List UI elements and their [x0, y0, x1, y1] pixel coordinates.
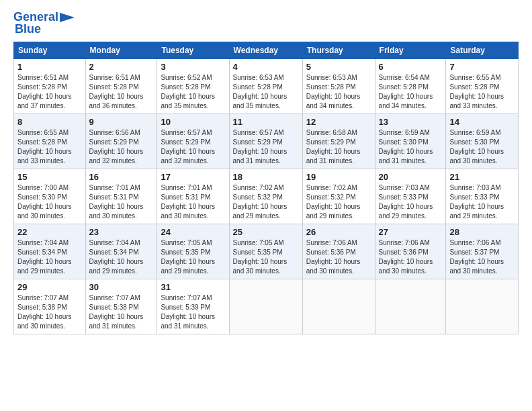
day-info: Sunrise: 6:57 AMSunset: 5:29 PMDaylight:… — [233, 128, 299, 166]
calendar-cell: 7Sunrise: 6:55 AMSunset: 5:28 PMDaylight… — [446, 58, 519, 113]
day-info: Sunrise: 7:06 AMSunset: 5:37 PMDaylight:… — [449, 238, 515, 276]
calendar-cell: 11Sunrise: 6:57 AMSunset: 5:29 PMDayligh… — [229, 113, 302, 169]
day-info: Sunrise: 7:05 AMSunset: 5:35 PMDaylight:… — [233, 238, 299, 276]
calendar-cell: 6Sunrise: 6:54 AMSunset: 5:28 PMDaylight… — [375, 58, 446, 113]
calendar-cell: 4Sunrise: 6:53 AMSunset: 5:28 PMDaylight… — [229, 58, 302, 113]
calendar-cell: 19Sunrise: 7:02 AMSunset: 5:32 PMDayligh… — [302, 169, 375, 224]
calendar-cell: 27Sunrise: 7:06 AMSunset: 5:36 PMDayligh… — [375, 224, 446, 279]
day-number: 25 — [233, 227, 299, 237]
day-info: Sunrise: 6:56 AMSunset: 5:29 PMDaylight:… — [89, 128, 154, 166]
calendar-cell: 25Sunrise: 7:05 AMSunset: 5:35 PMDayligh… — [229, 224, 302, 279]
day-info: Sunrise: 6:51 AMSunset: 5:28 PMDaylight:… — [89, 73, 154, 111]
day-info: Sunrise: 7:05 AMSunset: 5:35 PMDaylight:… — [161, 238, 225, 276]
calendar-cell: 29Sunrise: 7:07 AMSunset: 5:38 PMDayligh… — [14, 279, 86, 334]
day-number: 31 — [161, 282, 225, 292]
day-info: Sunrise: 7:02 AMSunset: 5:32 PMDaylight:… — [306, 183, 371, 221]
calendar-cell: 15Sunrise: 7:00 AMSunset: 5:30 PMDayligh… — [14, 169, 86, 224]
day-number: 30 — [89, 282, 154, 292]
day-info: Sunrise: 6:55 AMSunset: 5:28 PMDaylight:… — [17, 128, 82, 166]
calendar-cell: 23Sunrise: 7:04 AMSunset: 5:34 PMDayligh… — [85, 224, 157, 279]
calendar-cell: 16Sunrise: 7:01 AMSunset: 5:31 PMDayligh… — [85, 169, 157, 224]
weekday-header: Wednesday — [229, 42, 302, 58]
day-number: 14 — [449, 117, 515, 127]
calendar-cell: 9Sunrise: 6:56 AMSunset: 5:29 PMDaylight… — [85, 113, 157, 169]
day-info: Sunrise: 6:55 AMSunset: 5:28 PMDaylight:… — [449, 73, 515, 111]
day-info: Sunrise: 7:01 AMSunset: 5:31 PMDaylight:… — [161, 183, 225, 221]
calendar-cell: 13Sunrise: 6:59 AMSunset: 5:30 PMDayligh… — [375, 113, 446, 169]
day-number: 5 — [306, 62, 371, 72]
calendar-cell: 24Sunrise: 7:05 AMSunset: 5:35 PMDayligh… — [157, 224, 229, 279]
day-info: Sunrise: 7:03 AMSunset: 5:33 PMDaylight:… — [449, 183, 515, 221]
day-info: Sunrise: 7:07 AMSunset: 5:39 PMDaylight:… — [161, 293, 225, 331]
calendar-cell: 21Sunrise: 7:03 AMSunset: 5:33 PMDayligh… — [446, 169, 519, 224]
weekday-header: Sunday — [14, 42, 86, 58]
day-number: 15 — [17, 172, 82, 182]
day-number: 1 — [17, 62, 82, 72]
logo-icon — [60, 13, 75, 22]
logo-blue-text: Blue — [15, 23, 41, 36]
calendar-cell — [446, 279, 519, 334]
calendar-cell: 14Sunrise: 6:59 AMSunset: 5:30 PMDayligh… — [446, 113, 519, 169]
day-number: 13 — [379, 117, 443, 127]
calendar-week-row: 8Sunrise: 6:55 AMSunset: 5:28 PMDaylight… — [14, 113, 519, 169]
day-info: Sunrise: 6:57 AMSunset: 5:29 PMDaylight:… — [161, 128, 225, 166]
calendar-cell: 17Sunrise: 7:01 AMSunset: 5:31 PMDayligh… — [157, 169, 229, 224]
calendar-cell: 8Sunrise: 6:55 AMSunset: 5:28 PMDaylight… — [14, 113, 86, 169]
day-number: 7 — [449, 62, 515, 72]
day-number: 17 — [161, 172, 225, 182]
day-info: Sunrise: 6:59 AMSunset: 5:30 PMDaylight:… — [449, 128, 515, 166]
calendar-cell: 20Sunrise: 7:03 AMSunset: 5:33 PMDayligh… — [375, 169, 446, 224]
day-info: Sunrise: 6:59 AMSunset: 5:30 PMDaylight:… — [379, 128, 443, 166]
weekday-header: Tuesday — [157, 42, 229, 58]
day-number: 10 — [161, 117, 225, 127]
calendar-cell: 10Sunrise: 6:57 AMSunset: 5:29 PMDayligh… — [157, 113, 229, 169]
day-info: Sunrise: 7:04 AMSunset: 5:34 PMDaylight:… — [17, 238, 82, 276]
calendar-cell — [229, 279, 302, 334]
calendar-week-row: 22Sunrise: 7:04 AMSunset: 5:34 PMDayligh… — [14, 224, 519, 279]
day-number: 29 — [17, 282, 82, 292]
day-number: 12 — [306, 117, 371, 127]
day-info: Sunrise: 7:01 AMSunset: 5:31 PMDaylight:… — [89, 183, 154, 221]
calendar-cell — [302, 279, 375, 334]
day-number: 3 — [161, 62, 225, 72]
weekday-header: Monday — [85, 42, 157, 58]
calendar-cell: 12Sunrise: 6:58 AMSunset: 5:29 PMDayligh… — [302, 113, 375, 169]
calendar-cell: 3Sunrise: 6:52 AMSunset: 5:28 PMDaylight… — [157, 58, 229, 113]
day-number: 6 — [379, 62, 443, 72]
calendar-week-row: 1Sunrise: 6:51 AMSunset: 5:28 PMDaylight… — [14, 58, 519, 113]
day-info: Sunrise: 7:03 AMSunset: 5:33 PMDaylight:… — [379, 183, 443, 221]
header-area: General Blue — [13, 11, 519, 36]
day-number: 28 — [449, 227, 515, 237]
day-number: 16 — [89, 172, 154, 182]
day-number: 23 — [89, 227, 154, 237]
calendar-week-row: 15Sunrise: 7:00 AMSunset: 5:30 PMDayligh… — [14, 169, 519, 224]
day-info: Sunrise: 6:53 AMSunset: 5:28 PMDaylight:… — [233, 73, 299, 111]
day-number: 21 — [449, 172, 515, 182]
day-info: Sunrise: 7:06 AMSunset: 5:36 PMDaylight:… — [379, 238, 443, 276]
day-info: Sunrise: 6:52 AMSunset: 5:28 PMDaylight:… — [161, 73, 225, 111]
day-number: 9 — [89, 117, 154, 127]
calendar-cell: 26Sunrise: 7:06 AMSunset: 5:36 PMDayligh… — [302, 224, 375, 279]
day-info: Sunrise: 7:02 AMSunset: 5:32 PMDaylight:… — [233, 183, 299, 221]
day-number: 26 — [306, 227, 371, 237]
day-info: Sunrise: 6:54 AMSunset: 5:28 PMDaylight:… — [379, 73, 443, 111]
calendar-header-row: SundayMondayTuesdayWednesdayThursdayFrid… — [14, 42, 519, 58]
calendar-cell — [375, 279, 446, 334]
day-info: Sunrise: 6:51 AMSunset: 5:28 PMDaylight:… — [17, 73, 82, 111]
logo: General Blue — [13, 11, 75, 36]
day-info: Sunrise: 7:07 AMSunset: 5:38 PMDaylight:… — [89, 293, 154, 331]
weekday-header: Saturday — [446, 42, 519, 58]
day-number: 8 — [17, 117, 82, 127]
calendar-cell: 2Sunrise: 6:51 AMSunset: 5:28 PMDaylight… — [85, 58, 157, 113]
calendar-cell: 28Sunrise: 7:06 AMSunset: 5:37 PMDayligh… — [446, 224, 519, 279]
day-number: 18 — [233, 172, 299, 182]
calendar-week-row: 29Sunrise: 7:07 AMSunset: 5:38 PMDayligh… — [14, 279, 519, 334]
weekday-header: Thursday — [302, 42, 375, 58]
day-number: 27 — [379, 227, 443, 237]
weekday-header: Friday — [375, 42, 446, 58]
day-number: 4 — [233, 62, 299, 72]
day-info: Sunrise: 7:06 AMSunset: 5:36 PMDaylight:… — [306, 238, 371, 276]
day-number: 22 — [17, 227, 82, 237]
page: General Blue SundayMondayTuesdayWednesda… — [0, 0, 532, 341]
day-info: Sunrise: 7:07 AMSunset: 5:38 PMDaylight:… — [17, 293, 82, 331]
